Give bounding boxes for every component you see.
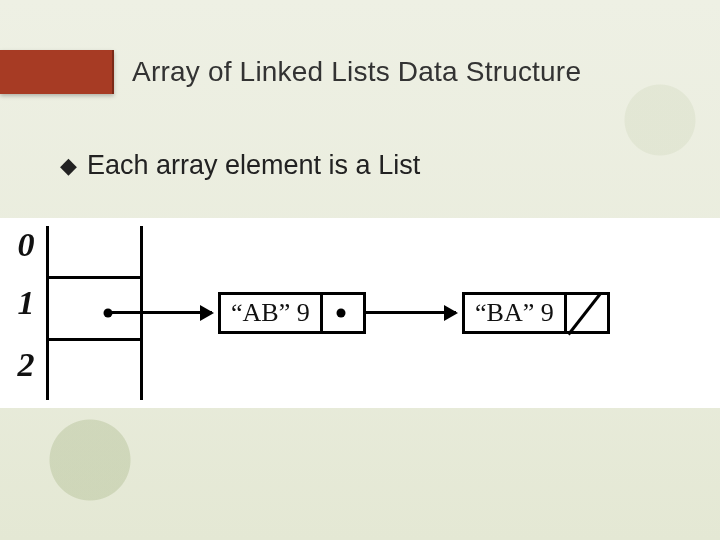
array-index-0: 0 bbox=[14, 226, 38, 264]
arrow-icon bbox=[112, 311, 212, 314]
slide-title: Array of Linked Lists Data Structure bbox=[132, 56, 581, 88]
pointer-dot-icon bbox=[336, 309, 345, 318]
node-data: “AB” 9 bbox=[221, 298, 320, 328]
null-pointer-icon bbox=[567, 293, 601, 336]
bullet-row: ◆ Each array element is a List bbox=[60, 150, 680, 181]
array-index-1: 1 bbox=[14, 284, 38, 322]
array-index-2: 2 bbox=[14, 346, 38, 384]
array-left-border bbox=[46, 226, 49, 400]
node-pointer-field bbox=[564, 295, 603, 331]
slide-title-row: Array of Linked Lists Data Structure bbox=[0, 44, 720, 100]
array-divider-1 bbox=[46, 338, 143, 341]
accent-tab bbox=[0, 50, 114, 94]
bullet-text: Each array element is a List bbox=[87, 150, 420, 181]
list-node: “BA” 9 bbox=[462, 292, 610, 334]
array-divider-0 bbox=[46, 276, 143, 279]
node-pointer-field bbox=[320, 295, 359, 331]
list-node: “AB” 9 bbox=[218, 292, 366, 334]
diamond-bullet-icon: ◆ bbox=[60, 155, 77, 177]
diagram-panel: 0 1 2 “AB” 9 “BA” 9 bbox=[0, 218, 720, 408]
node-data: “BA” 9 bbox=[465, 298, 564, 328]
